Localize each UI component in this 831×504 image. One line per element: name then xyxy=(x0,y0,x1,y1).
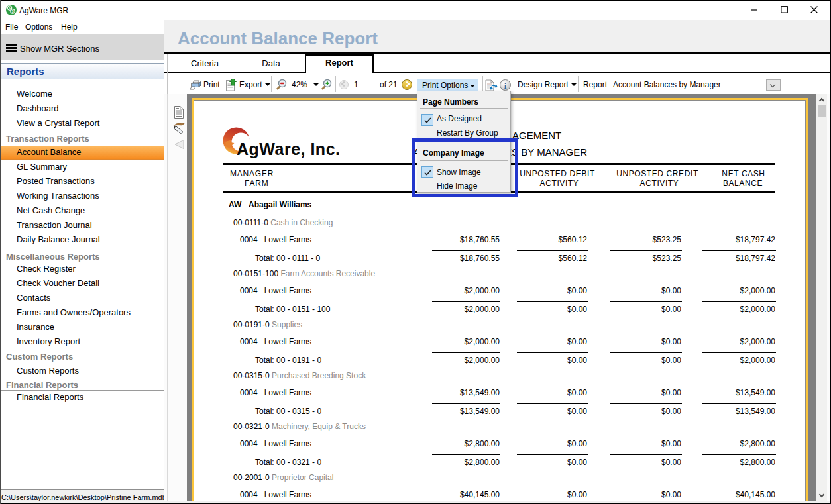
svg-text:$: $ xyxy=(11,9,13,13)
svg-text:$: $ xyxy=(9,6,11,10)
